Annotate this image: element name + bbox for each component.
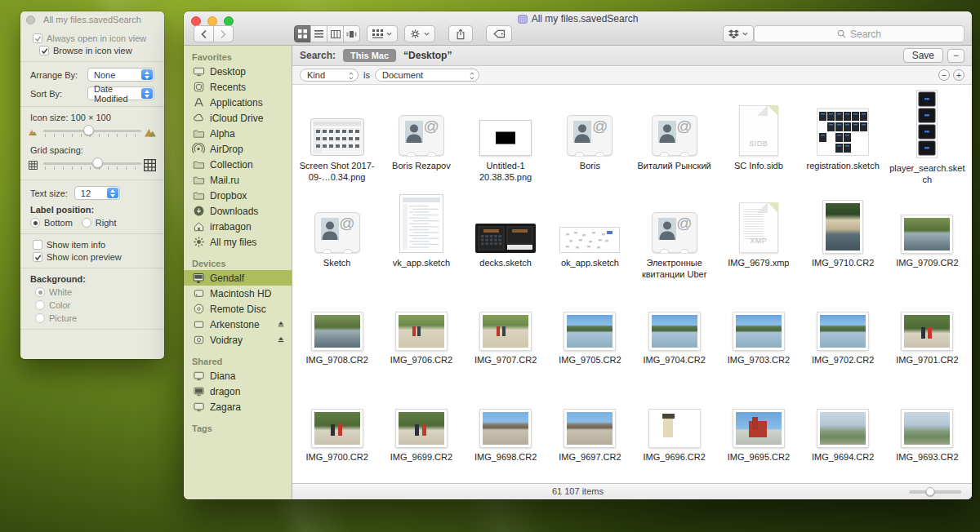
slider-thumb[interactable]	[925, 487, 934, 496]
grid-spacing-slider[interactable]	[30, 157, 154, 174]
collapse-button[interactable]: −	[947, 49, 964, 63]
sidebar-item-remote-disc[interactable]: Remote Disc	[184, 301, 292, 317]
file-item[interactable]: IMG_9703.CR2	[716, 282, 800, 379]
file-item[interactable]: IMG_9705.CR2	[548, 282, 632, 379]
sidebar-item-mail-ru[interactable]: Mail.ru	[184, 172, 292, 188]
dropbox-button[interactable]	[723, 25, 754, 42]
sidebar-item-desktop[interactable]: Desktop	[184, 64, 292, 79]
label-bottom-radio[interactable]	[30, 218, 40, 228]
eject-icon[interactable]	[277, 335, 285, 346]
icon-size-zoom-slider[interactable]	[909, 490, 961, 494]
view-options-titlebar[interactable]: All my files.savedSearch	[20, 11, 164, 28]
close-button[interactable]	[26, 16, 35, 24]
document-select[interactable]: Document	[375, 69, 479, 82]
file-item[interactable]: IMG_9697.CR2	[548, 379, 632, 477]
file-item[interactable]: @Электронные квитанции Uber	[632, 185, 716, 282]
sidebar-item-dropbox[interactable]: Dropbox	[184, 188, 292, 203]
timecapsule-icon	[192, 334, 205, 347]
sidebar-item-diana[interactable]: Diana	[184, 368, 292, 383]
file-item[interactable]: @Виталий Рынский	[632, 88, 716, 185]
toolbar-search-input[interactable]: Search	[754, 25, 964, 42]
sort-by-select[interactable]: Date Modified	[87, 86, 154, 100]
coverflow-view-button[interactable]	[343, 25, 360, 42]
icon-view-button[interactable]	[294, 25, 311, 42]
file-item[interactable]: IMG_9693.CR2	[885, 379, 969, 477]
label-right-radio[interactable]	[82, 218, 91, 228]
file-thumbnail-zone	[649, 284, 700, 355]
back-button[interactable]	[194, 25, 214, 42]
file-item[interactable]: IMG_9694.CR2	[801, 379, 885, 477]
sidebar-item-recents[interactable]: Recents	[184, 79, 292, 95]
action-button[interactable]	[404, 25, 435, 42]
file-item[interactable]: IMG_9706.CR2	[379, 282, 463, 379]
sidebar-item-downloads[interactable]: Downloads	[184, 203, 292, 219]
file-item[interactable]: IMG_9699.CR2	[379, 379, 463, 477]
file-item[interactable]: vk_app.sketch	[379, 185, 463, 282]
file-item[interactable]: IMG_9695.CR2	[716, 379, 800, 477]
stepper-icon	[141, 88, 153, 99]
sidebar-item-icloud-drive[interactable]: iCloud Drive	[184, 110, 292, 126]
show-icon-preview-checkbox[interactable]: Show icon preview	[33, 252, 154, 262]
browse-checkbox[interactable]: Browse in icon view	[39, 46, 154, 55]
file-name: vk_app.sketch	[393, 258, 450, 281]
bg-white-radio[interactable]	[35, 287, 45, 297]
show-item-info-checkbox[interactable]: Show item info	[33, 240, 154, 250]
file-item[interactable]: IMG_9704.CR2	[632, 282, 716, 379]
arrange-by-label: Arrange By:	[30, 70, 87, 80]
sidebar-item-irrabagon[interactable]: irrabagon	[184, 219, 292, 234]
finder-titlebar[interactable]: All my files.savedSearch	[184, 11, 972, 46]
file-item[interactable]: IMG_9700.CR2	[295, 379, 379, 477]
sidebar-item-airdrop[interactable]: AirDrop	[184, 141, 292, 157]
save-button[interactable]: Save	[903, 48, 943, 63]
column-view-button[interactable]	[327, 25, 344, 42]
add-criteria-button[interactable]: +	[953, 69, 964, 81]
file-item[interactable]: @Boris	[548, 88, 632, 185]
file-item[interactable]: IMG_9707.CR2	[464, 282, 548, 379]
remove-criteria-button[interactable]: −	[938, 69, 950, 81]
file-item[interactable]: IMG_9701.CR2	[885, 282, 969, 379]
sidebar-item-gendalf[interactable]: Gendalf	[184, 270, 292, 286]
file-item[interactable]: IMG_9710.CR2	[801, 185, 885, 282]
file-item[interactable]: IMG_9709.CR2	[885, 185, 969, 282]
file-item[interactable]: @Sketch	[295, 185, 379, 282]
sidebar-item-dragon[interactable]: dragon	[184, 383, 292, 399]
kind-select[interactable]: Kind	[300, 69, 359, 82]
sidebar-item-macintosh-hd[interactable]: Macintosh HD	[184, 286, 292, 301]
file-item[interactable]: @Boris Rezapov	[379, 88, 463, 185]
bg-picture-radio[interactable]	[35, 313, 45, 323]
sidebar-item-applications[interactable]: Applications	[184, 95, 292, 110]
bg-color-radio[interactable]	[35, 300, 45, 310]
sidebar-item-arkenstone[interactable]: Arkenstone	[184, 317, 292, 332]
text-size-select[interactable]: 12	[74, 186, 120, 200]
file-item[interactable]: IMG_9698.CR2	[464, 379, 548, 477]
file-item[interactable]: player_search.sketch	[885, 88, 969, 185]
sidebar-item-voidray[interactable]: Voidray	[184, 332, 292, 348]
forward-button[interactable]	[213, 25, 234, 42]
eject-icon[interactable]	[277, 319, 285, 330]
arrange-by-select[interactable]: None	[87, 68, 154, 82]
file-item[interactable]: ok_app.sketch	[548, 185, 632, 282]
file-item[interactable]: IMG_9708.CR2	[295, 282, 379, 379]
tag-button[interactable]	[486, 25, 512, 42]
file-item[interactable]: Untitled-1 20.38.35.png	[464, 88, 548, 185]
file-item[interactable]: Screen Shot 2017-09-…0.34.png	[295, 88, 379, 185]
scope-this-mac[interactable]: This Mac	[343, 49, 396, 62]
file-item[interactable]: XMPIMG_9679.xmp	[716, 185, 800, 282]
display-icon	[192, 370, 205, 383]
always-open-checkbox[interactable]: Always open in icon view	[33, 33, 154, 43]
icon-size-slider[interactable]	[30, 125, 154, 141]
slider-thumb[interactable]	[92, 157, 103, 168]
arrange-button[interactable]	[367, 25, 398, 42]
sidebar-item-all-my-files[interactable]: All my files	[184, 234, 292, 250]
file-item[interactable]: IMG_9702.CR2	[801, 282, 885, 379]
sidebar-item-collection[interactable]: Collection	[184, 157, 292, 172]
file-item[interactable]: registration.sketch	[801, 88, 885, 185]
file-item[interactable]: SIDBSC Info.sidb	[716, 88, 800, 185]
scope-desktop[interactable]: “Desktop”	[403, 50, 452, 61]
file-item[interactable]: IMG_9696.CR2	[632, 379, 716, 477]
list-view-button[interactable]	[310, 25, 327, 42]
sidebar-item-alpha[interactable]: Alpha	[184, 126, 292, 141]
sidebar-item-zagara[interactable]: Zagara	[184, 399, 292, 415]
file-item[interactable]: decks.sketch	[464, 185, 548, 282]
share-button[interactable]	[448, 25, 473, 42]
